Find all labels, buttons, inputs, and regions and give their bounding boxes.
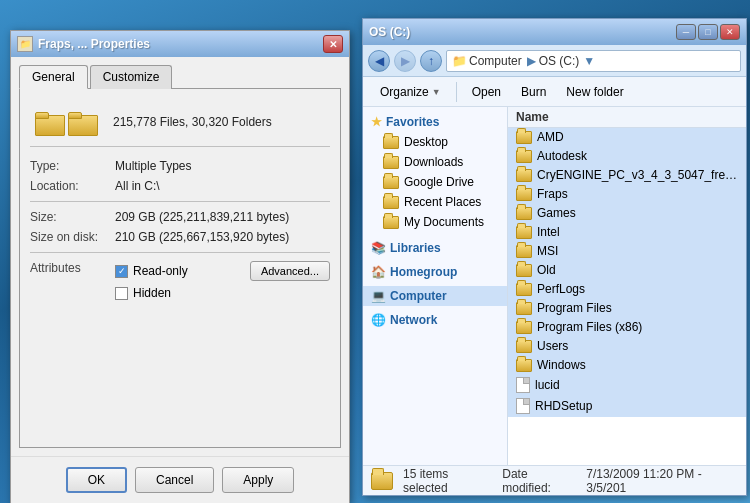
up-button[interactable]: ↑ — [420, 50, 442, 72]
hidden-label: Hidden — [133, 286, 171, 300]
file-item-program-files-x86[interactable]: Program Files (x86) — [508, 318, 746, 337]
size-on-disk-value: 210 GB (225,667,153,920 bytes) — [115, 230, 330, 244]
file-name-perflogs: PerfLogs — [537, 282, 738, 296]
file-item-program-files[interactable]: Program Files — [508, 299, 746, 318]
address-bar[interactable]: 📁 Computer ▶ OS (C:) ▼ — [446, 50, 741, 72]
file-panel: Name AMD Autodesk CryENGINE_PC_v3_4_3_50… — [508, 107, 746, 465]
file-name-intel: Intel — [537, 225, 738, 239]
cancel-button[interactable]: Cancel — [135, 467, 214, 493]
favorites-header[interactable]: ★ Favorites — [363, 112, 507, 132]
homegroup-header[interactable]: 🏠 Homegroup — [363, 262, 507, 282]
advanced-button[interactable]: Advanced... — [250, 261, 330, 281]
explorer-window: OS (C:) ─ □ ✕ ◀ ▶ ↑ 📁 Computer ▶ OS (C:)… — [362, 18, 747, 496]
network-header[interactable]: 🌐 Network — [363, 310, 507, 330]
explorer-close-button[interactable]: ✕ — [720, 24, 740, 40]
file-item-users[interactable]: Users — [508, 337, 746, 356]
type-row: Type: Multiple Types — [30, 159, 330, 173]
folder-icon-autodesk — [516, 150, 532, 163]
status-date-modified-label: Date modified: — [502, 467, 576, 495]
file-item-windows[interactable]: Windows — [508, 356, 746, 375]
file-name-program-files-x86: Program Files (x86) — [537, 320, 738, 334]
file-item-old[interactable]: Old — [508, 261, 746, 280]
dialog-close-button[interactable]: ✕ — [323, 35, 343, 53]
folder-icon-amd — [516, 131, 532, 144]
folder-icon-program-files-x86 — [516, 321, 532, 334]
forward-button[interactable]: ▶ — [394, 50, 416, 72]
sidebar-item-google-drive[interactable]: Google Drive — [363, 172, 507, 192]
file-name-msi: MSI — [537, 244, 738, 258]
explorer-toolbar: Organize ▼ Open Burn New folder — [363, 77, 746, 107]
folder-icon-intel — [516, 226, 532, 239]
file-item-intel[interactable]: Intel — [508, 223, 746, 242]
status-date-modified-value: 7/13/2009 11:20 PM - 3/5/201 — [586, 467, 738, 495]
organize-button[interactable]: Organize ▼ — [371, 82, 450, 102]
files-summary: 215,778 Files, 30,320 Folders — [113, 115, 272, 129]
address-drive-text: OS (C:) — [539, 54, 580, 68]
size-on-disk-row: Size on disk: 210 GB (225,667,153,920 by… — [30, 230, 330, 244]
folder-icon-2 — [68, 109, 98, 134]
back-button[interactable]: ◀ — [368, 50, 390, 72]
window-buttons: ─ □ ✕ — [676, 24, 740, 40]
file-item-msi[interactable]: MSI — [508, 242, 746, 261]
apply-button[interactable]: Apply — [222, 467, 294, 493]
recent-places-icon — [383, 196, 399, 209]
dialog-title-left: 📁 Fraps, ... Properties — [17, 36, 150, 52]
size-row: Size: 209 GB (225,211,839,211 bytes) — [30, 210, 330, 224]
file-item-games[interactable]: Games — [508, 204, 746, 223]
location-row: Location: All in C:\ — [30, 179, 330, 193]
type-label: Type: — [30, 159, 115, 173]
file-name-fraps: Fraps — [537, 187, 738, 201]
explorer-titlebar: OS (C:) ─ □ ✕ — [363, 19, 746, 45]
file-item-autodesk[interactable]: Autodesk — [508, 147, 746, 166]
dialog-titlebar: 📁 Fraps, ... Properties ✕ — [11, 31, 349, 57]
folder-icon-users — [516, 340, 532, 353]
address-dropdown[interactable]: ▼ — [583, 54, 595, 68]
file-name-games: Games — [537, 206, 738, 220]
file-item-rhdsetup[interactable]: RHDSetup — [508, 396, 746, 417]
readonly-row: ✓ Read-only Advanced... — [115, 261, 330, 281]
file-item-fraps[interactable]: Fraps — [508, 185, 746, 204]
explorer-content: ★ Favorites Desktop Downloads Google Dri… — [363, 107, 746, 465]
hidden-checkbox[interactable] — [115, 287, 128, 300]
status-folder-icon — [371, 472, 393, 490]
attributes-content: ✓ Read-only Advanced... Hidden — [115, 261, 330, 300]
readonly-checkbox[interactable]: ✓ — [115, 265, 128, 278]
separator-2 — [30, 252, 330, 253]
burn-button[interactable]: Burn — [512, 82, 555, 102]
tab-customize[interactable]: Customize — [90, 65, 173, 89]
sidebar-item-recent-places[interactable]: Recent Places — [363, 192, 507, 212]
maximize-button[interactable]: □ — [698, 24, 718, 40]
nav-panel: ★ Favorites Desktop Downloads Google Dri… — [363, 107, 508, 465]
libraries-header[interactable]: 📚 Libraries — [363, 238, 507, 258]
organize-label: Organize — [380, 85, 429, 99]
file-item-perflogs[interactable]: PerfLogs — [508, 280, 746, 299]
favorites-label: Favorites — [386, 115, 439, 129]
dialog-title-text: Fraps, ... Properties — [38, 37, 150, 51]
minimize-button[interactable]: ─ — [676, 24, 696, 40]
folder-icon-1 — [35, 109, 65, 134]
desktop-label: Desktop — [404, 135, 448, 149]
new-folder-button[interactable]: New folder — [557, 82, 632, 102]
libraries-label: Libraries — [390, 241, 441, 255]
sidebar-item-downloads[interactable]: Downloads — [363, 152, 507, 172]
file-item-lucid[interactable]: lucid — [508, 375, 746, 396]
file-item-amd[interactable]: AMD — [508, 128, 746, 147]
folder-icon-games — [516, 207, 532, 220]
column-header-name[interactable]: Name — [508, 107, 746, 128]
file-item-cryengine[interactable]: CryENGINE_PC_v3_4_3_5047_freeSDK — [508, 166, 746, 185]
dialog-title-icon: 📁 — [17, 36, 33, 52]
address-computer-text: Computer — [469, 54, 522, 68]
sidebar-item-desktop[interactable]: Desktop — [363, 132, 507, 152]
tab-general[interactable]: General — [19, 65, 88, 89]
ok-button[interactable]: OK — [66, 467, 127, 493]
open-label: Open — [472, 85, 501, 99]
file-icon-section: 215,778 Files, 30,320 Folders — [30, 101, 330, 147]
open-button[interactable]: Open — [463, 82, 510, 102]
desktop-icon — [383, 136, 399, 149]
folder-icon-perflogs — [516, 283, 532, 296]
tab-bar: General Customize — [19, 65, 341, 89]
explorer-navbar: ◀ ▶ ↑ 📁 Computer ▶ OS (C:) ▼ — [363, 45, 746, 77]
folder-icon-old — [516, 264, 532, 277]
sidebar-item-my-documents[interactable]: My Documents — [363, 212, 507, 232]
computer-header[interactable]: 💻 Computer — [363, 286, 507, 306]
